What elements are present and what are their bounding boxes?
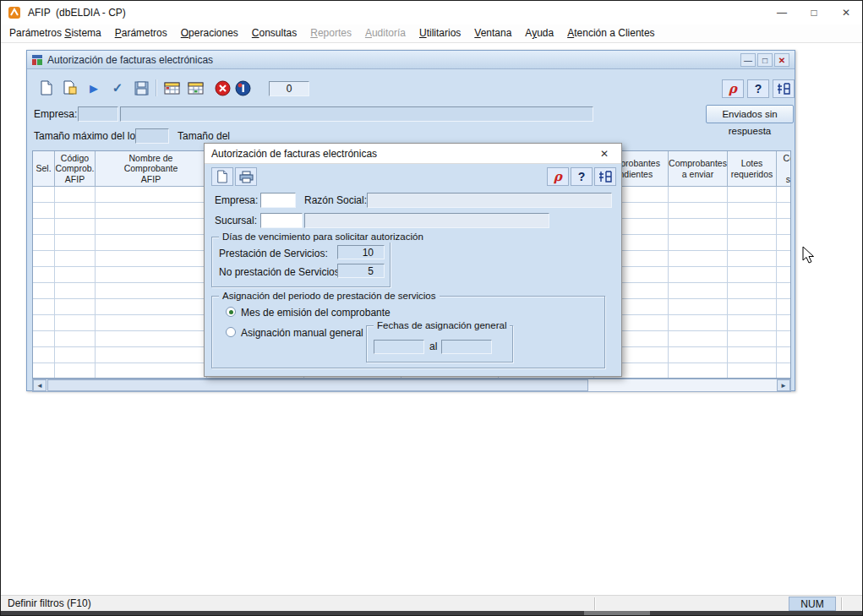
menu-parametros[interactable]: Parámetros xyxy=(108,25,174,42)
dialog-window: Autorización de facturas electrónicas ✕ … xyxy=(204,143,622,377)
new-document-icon xyxy=(216,170,228,183)
enviados-sin-respuesta-button[interactable]: Enviados sin respuesta xyxy=(706,105,794,123)
app-icon xyxy=(8,6,21,19)
cancel-button[interactable] xyxy=(211,78,233,98)
menu-utilitarios[interactable]: Utilitarios xyxy=(412,25,467,42)
table-cell xyxy=(33,251,55,266)
new-document-icon xyxy=(40,80,53,95)
minimize-button[interactable]: — xyxy=(766,1,798,25)
table-cell xyxy=(33,363,55,379)
counter-field[interactable]: 0 xyxy=(269,81,309,96)
scroll-right-button[interactable]: ► xyxy=(777,379,790,391)
dialog-print-button[interactable] xyxy=(235,167,257,186)
dialog-help-button[interactable]: ? xyxy=(571,167,593,186)
close-button[interactable]: ✕ xyxy=(830,1,862,25)
table-cell xyxy=(55,203,96,218)
properties-button[interactable] xyxy=(59,78,81,98)
child-window-title: Autorización de facturas electrónicas xyxy=(47,54,213,66)
blue-circle-button[interactable] xyxy=(232,78,254,98)
table-cell xyxy=(777,219,791,234)
mdi-area: Autorización de facturas electrónicas — … xyxy=(1,43,862,595)
menu-parametros-sistema[interactable]: Parámetros Sistema xyxy=(3,25,108,42)
table-cell xyxy=(33,219,55,234)
sucursal-code-field[interactable] xyxy=(260,213,303,228)
al-label: al xyxy=(429,339,437,354)
help-button[interactable]: ? xyxy=(747,79,769,98)
new-button[interactable] xyxy=(36,78,57,98)
table-cell xyxy=(33,267,55,282)
menu-operaciones[interactable]: Operaciones xyxy=(174,25,245,42)
run-button[interactable]: ▶ xyxy=(83,78,105,98)
table-cell xyxy=(777,347,791,363)
table-cell xyxy=(728,267,777,282)
print-icon xyxy=(239,171,254,183)
dialog-empresa-field[interactable] xyxy=(260,193,296,208)
save-button[interactable] xyxy=(130,78,152,98)
prestacion-field[interactable]: 10 xyxy=(337,245,385,259)
child-close-button[interactable]: ✕ xyxy=(774,53,789,67)
table-cell xyxy=(669,187,728,202)
no-prestacion-field[interactable]: 5 xyxy=(337,264,385,278)
confirm-button[interactable]: ✓ xyxy=(107,78,128,98)
mes-emision-radio[interactable] xyxy=(226,307,236,317)
menu-consultas[interactable]: Consultas xyxy=(245,25,303,42)
asignacion-manual-radio[interactable] xyxy=(226,327,236,337)
kanji-icon xyxy=(777,82,790,95)
fecha-hasta-field[interactable] xyxy=(441,340,492,354)
statusbar-separator xyxy=(841,597,843,610)
menu-ayuda[interactable]: Ayuda xyxy=(518,25,560,42)
column-header-comprobantes: Comprobantes enviados sin respuesta xyxy=(777,151,791,187)
scroll-thumb[interactable] xyxy=(47,379,588,391)
vencimiento-group-title: Días de vencimiento para solicitar autor… xyxy=(219,231,427,243)
dialog-language-button[interactable] xyxy=(594,167,616,186)
grid-button[interactable] xyxy=(161,78,183,98)
fecha-desde-field[interactable] xyxy=(374,340,424,354)
table-cell xyxy=(55,187,96,202)
menu-ventana[interactable]: Ventana xyxy=(467,25,518,42)
dialog-exit-button[interactable]: ρ xyxy=(547,167,569,186)
prestacion-label: Prestación de Servicios: xyxy=(219,246,328,261)
dialog-close-button[interactable]: ✕ xyxy=(593,145,616,162)
maximize-button[interactable]: □ xyxy=(798,1,830,25)
dialog-new-button[interactable] xyxy=(211,167,233,186)
no-prestacion-label: No prestación de Servicios: xyxy=(219,264,342,280)
table-cell xyxy=(55,331,96,346)
table-cell xyxy=(96,219,207,234)
child-minimize-button[interactable]: — xyxy=(740,53,756,67)
table-cell xyxy=(96,315,207,330)
razon-social-field[interactable] xyxy=(367,193,612,208)
menu-atencion-a-clientes[interactable]: Atención a Clientes xyxy=(560,25,661,42)
scroll-left-button[interactable]: ◄ xyxy=(33,379,46,391)
run-icon: ▶ xyxy=(90,82,98,95)
horizontal-scrollbar[interactable]: ◄ ► xyxy=(32,379,791,392)
grid-icon xyxy=(164,82,180,95)
tamano-max-field[interactable] xyxy=(135,128,169,144)
table-cell xyxy=(728,299,777,314)
table-cell xyxy=(728,283,777,298)
exit-icon: ρ xyxy=(554,169,562,184)
dialog-title: Autorización de facturas electrónicas xyxy=(211,148,377,160)
menu-bar: Parámetros SistemaParámetrosOperacionesC… xyxy=(1,25,862,43)
tamano-del-label: Tamaño del xyxy=(178,128,230,144)
vencimiento-groupbox: Días de vencimiento para solicitar autor… xyxy=(211,237,391,287)
table-cell xyxy=(669,219,728,234)
num-indicator: NUM xyxy=(789,597,836,611)
child-restore-button[interactable]: □ xyxy=(757,53,773,67)
table-cell xyxy=(96,331,207,346)
language-button[interactable] xyxy=(773,79,795,98)
table-cell xyxy=(728,315,777,330)
empresa-code-field[interactable] xyxy=(78,106,118,122)
sucursal-name-field[interactable] xyxy=(304,213,549,228)
sucursal-label: Sucursal: xyxy=(215,213,257,228)
empresa-name-field[interactable] xyxy=(120,106,593,122)
table-cell xyxy=(55,251,96,266)
column-header-codigo: Código Comprob. AFIP xyxy=(55,151,96,187)
toolbar-separator xyxy=(156,79,157,96)
table-cell xyxy=(33,331,55,346)
bottom-edge xyxy=(1,611,862,616)
exit-button[interactable]: ρ xyxy=(722,79,744,98)
column-header-nombre-de: Nombre de Comprobante AFIP xyxy=(96,151,207,187)
bottom-edge-highlight xyxy=(584,611,650,616)
table-cell xyxy=(669,267,728,282)
grid-export-button[interactable] xyxy=(184,78,206,98)
